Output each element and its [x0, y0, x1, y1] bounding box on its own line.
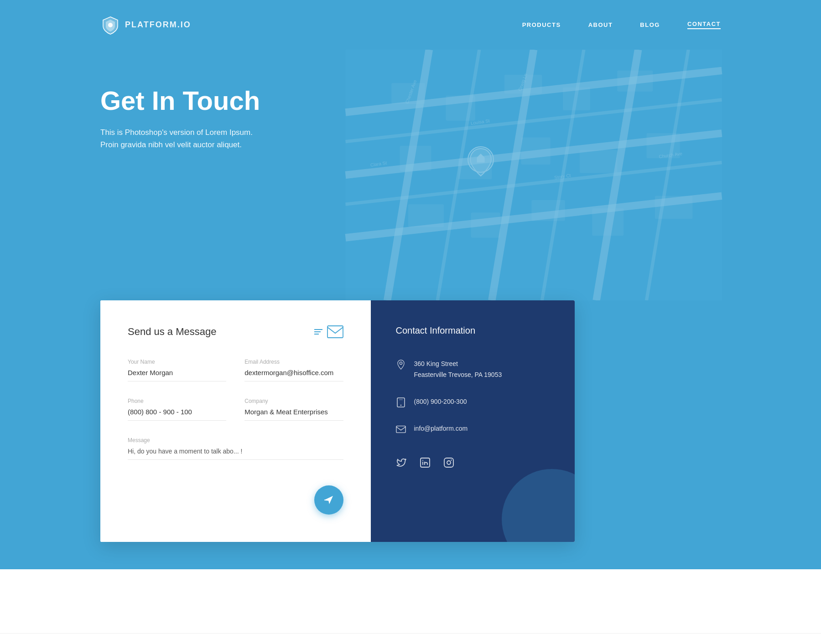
message-field: Message: [128, 437, 343, 460]
svg-point-0: [108, 23, 113, 27]
svg-point-38: [400, 404, 401, 405]
email-label: Email Address: [244, 359, 343, 365]
email-input[interactable]: [244, 369, 343, 381]
svg-rect-40: [396, 426, 405, 433]
name-field: Your Name: [128, 359, 226, 381]
send-button[interactable]: [314, 485, 343, 515]
nav-about[interactable]: ABOUT: [588, 21, 613, 28]
company-field: Company: [244, 398, 343, 421]
phone-input[interactable]: [128, 408, 226, 421]
svg-rect-26: [592, 208, 624, 236]
envelope-icon: [327, 325, 343, 338]
contact-section: Send us a Message Your Name: [0, 300, 821, 569]
svg-rect-23: [408, 204, 444, 227]
company-input[interactable]: [244, 408, 343, 421]
info-title: Contact Information: [396, 325, 550, 336]
message-label: Message: [128, 437, 343, 443]
mail-line-3: [314, 334, 319, 335]
phone-item: (800) 900-200-300: [396, 397, 550, 407]
address-item: 360 King Street Feasterville Trevose, PA…: [396, 359, 550, 381]
instagram-icon[interactable]: [443, 457, 454, 468]
form-grid: Your Name Email Address Phone Company Me…: [128, 359, 343, 476]
twitter-icon[interactable]: [396, 457, 407, 468]
email-icon: [396, 424, 406, 434]
address-text: 360 King Street Feasterville Trevose, PA…: [414, 359, 502, 381]
svg-rect-25: [531, 200, 565, 221]
address-line1: 360 King Street: [414, 360, 458, 367]
logo-shield-icon: [100, 15, 120, 35]
mail-icon: [314, 325, 343, 338]
logo-text: PLATFORM.IO: [125, 20, 191, 30]
hero-section: Clara St Louisa St Story Ct Church Ave C…: [0, 50, 821, 300]
form-title: Send us a Message: [128, 326, 216, 338]
hero-content: Get In Touch This is Photoshop's version…: [100, 86, 721, 151]
svg-point-43: [422, 460, 423, 461]
mail-lines-decoration: [314, 329, 322, 335]
phone-text: (800) 900-200-300: [414, 397, 467, 407]
address-line2: Feasterville Trevose, PA 19053: [414, 371, 502, 378]
nav-blog[interactable]: BLOG: [640, 21, 660, 28]
nav-contact[interactable]: CONTACT: [687, 21, 721, 29]
social-row: [396, 457, 550, 468]
white-spacer: [0, 569, 821, 633]
info-panel: Contact Information 360 King Street Feas…: [371, 300, 575, 542]
name-label: Your Name: [128, 359, 226, 365]
contact-card: Send us a Message Your Name: [100, 300, 575, 542]
form-header: Send us a Message: [128, 325, 343, 338]
svg-point-36: [400, 362, 402, 365]
send-icon: [323, 494, 335, 506]
svg-rect-44: [444, 458, 453, 467]
form-footer: [128, 485, 343, 515]
phone-label: Phone: [128, 398, 226, 404]
hero-desc-line1: This is Photoshop's version of Lorem Ips…: [100, 126, 721, 139]
mail-line-1: [314, 329, 322, 330]
location-icon: [396, 360, 406, 370]
name-input[interactable]: [128, 369, 226, 381]
form-panel: Send us a Message Your Name: [100, 300, 371, 542]
linkedin-icon[interactable]: [420, 457, 431, 468]
svg-point-45: [447, 461, 451, 464]
hero-desc-line2: Proin gravida nibh vel velit auctor aliq…: [100, 139, 721, 151]
svg-rect-21: [580, 150, 618, 173]
email-field: Email Address: [244, 359, 343, 381]
phone-icon: [396, 397, 406, 407]
mail-line-2: [314, 331, 321, 332]
email-text: info@platform.com: [414, 423, 468, 434]
phone-field: Phone: [128, 398, 226, 421]
main-nav: PRODUCTS ABOUT BLOG CONTACT: [522, 21, 721, 29]
svg-rect-27: [655, 196, 693, 219]
company-label: Company: [244, 398, 343, 404]
nav-products[interactable]: PRODUCTS: [522, 21, 561, 28]
site-footer: PLATFORM.IO The day is coming where your…: [0, 633, 821, 644]
svg-point-46: [451, 459, 452, 460]
logo[interactable]: PLATFORM.IO: [100, 15, 191, 35]
hero-title: Get In Touch: [100, 86, 721, 115]
svg-rect-35: [327, 326, 343, 338]
svg-rect-24: [471, 213, 500, 238]
site-header: PLATFORM.IO PRODUCTS ABOUT BLOG CONTACT: [0, 0, 821, 50]
email-item: info@platform.com: [396, 423, 550, 434]
message-input[interactable]: [128, 448, 343, 460]
